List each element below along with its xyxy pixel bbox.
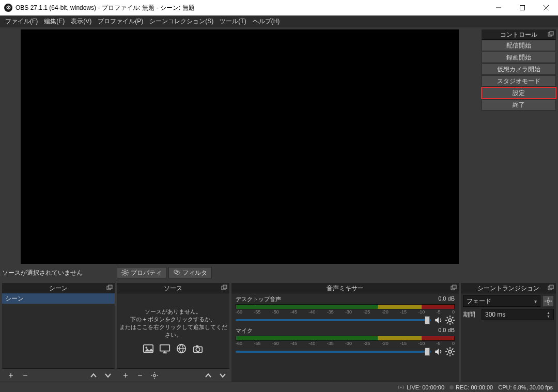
record-dot-icon [450,385,454,389]
chevron-down-icon: ▾ [534,299,537,304]
dock-popout-icon[interactable] [221,285,227,291]
main-area: コントロール 配信開始 録画開始 仮想カメラ開始 スタジオモード 設定 終了 [0,27,558,284]
transition-settings-button[interactable] [542,295,554,307]
source-up-button[interactable] [202,370,215,381]
scene-down-button[interactable] [101,370,115,381]
scenes-header: シーン [2,283,115,293]
obs-logo-icon: ⦿ [4,4,12,12]
filters-label: フィルタ [182,269,207,277]
duration-input[interactable]: 300 ms ▲▼ [482,309,554,320]
properties-button[interactable]: プロパティ [117,267,166,278]
menubar: ファイル(F) 編集(E) 表示(V) プロファイル(P) シーンコレクション(… [0,15,558,27]
transition-select[interactable]: フェード ▾ [463,295,540,307]
source-add-button[interactable]: + [119,370,132,381]
dock-popout-icon[interactable] [548,285,554,291]
svg-line-48 [452,349,453,350]
sources-empty-line2: 下の + ボタンをクリックするか、 [130,316,216,323]
filters-button[interactable]: フィルタ [168,267,212,278]
exit-button[interactable]: 終了 [482,99,556,111]
menu-file[interactable]: ファイル(F) [2,16,41,27]
below-preview-bar: ソースが選択されていません プロパティ フィルタ [0,265,479,280]
mixer-header: 音声ミキサー [231,283,459,293]
maximize-button[interactable] [510,0,534,15]
transitions-header: シーントランジション [461,283,556,293]
svg-line-37 [447,317,448,318]
svg-line-11 [122,274,123,275]
svg-point-41 [448,350,452,353]
sources-header-label: ソース [164,285,182,292]
svg-line-46 [447,349,448,350]
volume-slider[interactable] [236,351,431,353]
dock-popout-icon[interactable] [106,285,113,291]
start-stream-button[interactable]: 配信開始 [482,40,556,51]
minimize-button[interactable] [487,0,510,15]
menu-profile[interactable]: プロファイル(P) [95,16,146,27]
scene-remove-button[interactable]: − [19,370,32,381]
scenes-dock: シーン シーン + − [2,283,115,382]
meter-ticks: -60-55-50-45-40-35-30-25-20-15-10-50 [236,309,455,315]
close-button[interactable] [534,0,558,15]
source-down-button[interactable] [216,370,229,381]
mixer-dock: 音声ミキサー デスクトップ音声0.0 dB-60-55-50-45-40-35-… [231,283,459,382]
scene-item[interactable]: シーン [2,293,115,304]
window-controls [487,0,558,15]
menu-view[interactable]: 表示(V) [68,16,95,27]
svg-rect-15 [109,285,112,289]
svg-rect-0 [520,6,525,10]
menu-tools[interactable]: ツール(T) [216,16,249,27]
svg-point-52 [547,300,549,302]
svg-point-32 [448,319,452,322]
svg-point-3 [124,272,126,274]
scenes-list[interactable]: シーン [2,293,115,368]
source-remove-button[interactable]: − [133,370,147,381]
mixer-channel: デスクトップ音声0.0 dB-60-55-50-45-40-35-30-25-2… [231,293,459,325]
status-cpu: CPU: 6.8%, 30.00 fps [498,384,553,390]
stepper-down-icon[interactable]: ▼ [547,315,550,318]
svg-rect-20 [160,344,169,351]
gear-icon [121,269,129,276]
menu-edit[interactable]: 編集(E) [41,16,68,27]
dock-popout-icon[interactable] [548,31,554,37]
preview-canvas[interactable] [21,29,459,264]
menu-help[interactable]: ヘルプ(H) [250,16,283,27]
source-settings-button[interactable] [148,370,161,381]
settings-button[interactable]: 設定 [482,87,556,99]
gear-icon[interactable] [445,347,455,356]
gear-icon[interactable] [445,316,455,325]
transitions-body: フェード ▾ 期間 300 ms ▲▼ [461,293,556,382]
svg-line-8 [122,270,123,271]
slider-thumb[interactable] [425,316,430,324]
sources-dock: ソース ソースがありません。 下の + ボタンをクリックするか、 またはここを右… [117,283,229,382]
controls-dock: コントロール 配信開始 録画開始 仮想カメラ開始 スタジオモード 設定 終了 [479,27,558,284]
dock-popout-icon[interactable] [451,285,457,291]
menu-scenecol[interactable]: シーンコレクション(S) [146,16,216,27]
virtual-cam-button[interactable]: 仮想カメラ開始 [482,64,556,75]
scene-up-button[interactable] [87,370,100,381]
duration-label: 期間 [463,310,479,319]
mixer-channel: マイク0.0 dB-60-55-50-45-40-35-30-25-20-15-… [231,325,459,356]
svg-point-19 [146,347,148,349]
image-icon [142,343,155,354]
speaker-icon[interactable] [434,347,443,356]
svg-line-49 [447,354,448,355]
volume-slider[interactable] [236,319,431,321]
status-live-label: LIVE: 00:00:00 [407,384,444,390]
camera-icon [191,343,205,354]
svg-line-9 [127,274,128,275]
filter-icon [173,269,180,276]
status-rec-label: REC: 00:00:00 [456,384,493,390]
start-record-button[interactable]: 録画開始 [482,52,556,63]
slider-thumb[interactable] [425,348,430,356]
scene-add-button[interactable]: + [4,370,18,381]
duration-value: 300 ms [485,311,505,318]
window-title: OBS 27.1.1 (64-bit, windows) - プロファイル: 無… [16,4,487,12]
transition-selected-label: フェード [467,297,491,306]
speaker-icon[interactable] [434,316,443,325]
transitions-dock: シーントランジション フェード ▾ 期間 300 ms ▲▼ [461,283,556,382]
studio-mode-button[interactable]: スタジオモード [482,75,556,87]
sources-toolbar: + − [117,368,229,382]
svg-rect-17 [223,285,227,289]
stepper-up-icon[interactable]: ▲ [547,311,550,315]
sources-list[interactable]: ソースがありません。 下の + ボタンをクリックするか、 またはここを右クリック… [117,293,229,368]
status-cpu-label: CPU: 6.8%, 30.00 fps [498,384,553,390]
